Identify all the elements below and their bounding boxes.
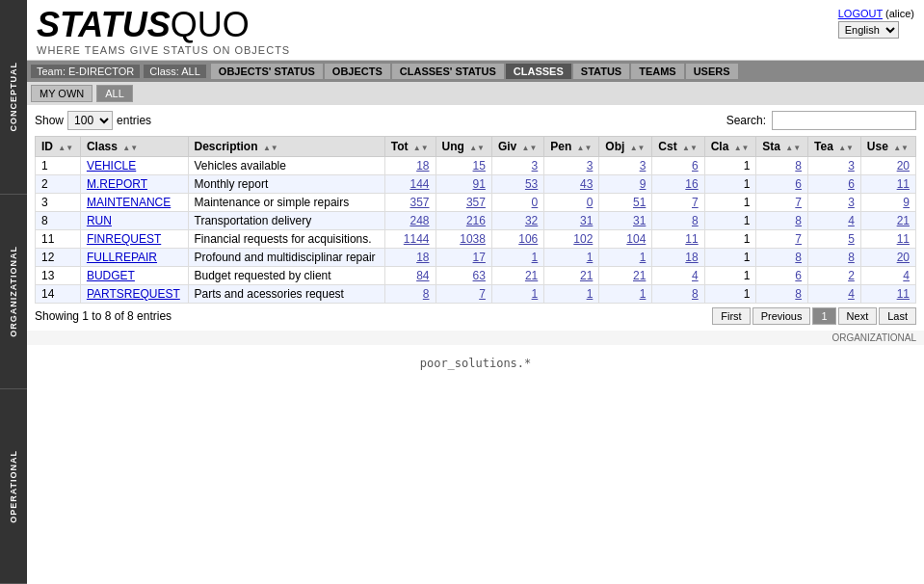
sidebar-label-operational: OPERATIONAL [9, 450, 18, 523]
search-input[interactable] [772, 111, 916, 130]
col-giv[interactable]: Giv ▲▼ [491, 137, 543, 157]
col-ung[interactable]: Ung ▲▼ [436, 137, 491, 157]
cell-cla: 1 [704, 285, 756, 304]
show-select[interactable]: 100 25 50 [67, 111, 113, 130]
data-table: ID ▲▼ Class ▲▼ Description ▲▼ Tot ▲▼ Ung… [35, 136, 916, 304]
page-1[interactable]: 1 [812, 307, 835, 325]
page-last[interactable]: Last [879, 307, 916, 325]
table-controls-bottom: Showing 1 to 8 of 8 entries First Previo… [35, 307, 916, 325]
tab-users[interactable]: USERS [685, 63, 739, 80]
cell-sta: 7 [756, 194, 808, 212]
tab-teams[interactable]: TEAMS [630, 63, 685, 80]
table-row: 12 FULLREPAIR Profound and multidiscipli… [36, 249, 916, 267]
nav-team: Team: E-DIRECTOR [31, 65, 140, 78]
cell-description: Parts and acessories request [188, 285, 384, 304]
cell-class: FULLREPAIR [80, 249, 188, 267]
cell-cst: 8 [652, 212, 704, 230]
cell-pen: 21 [544, 267, 599, 285]
cell-tea: 2 [808, 267, 861, 285]
sidebar-section-operational: OPERATIONAL [0, 389, 27, 584]
cell-pen: 0 [544, 194, 599, 212]
sidebar-section-organizational: ORGANIZATIONAL [0, 195, 27, 389]
cell-obj: 21 [599, 267, 652, 285]
table-row: 1 VEHICLE Vehicles available 18 15 3 3 3… [36, 157, 916, 175]
cell-id: 1 [36, 157, 81, 175]
cell-description: Maintenance or simple repairs [188, 194, 384, 212]
bottom-note: poor_solutions.* [27, 345, 924, 382]
cell-id: 14 [36, 285, 81, 304]
cell-ung: 63 [436, 267, 491, 285]
cell-use: 11 [860, 230, 915, 249]
col-use[interactable]: Use ▲▼ [860, 137, 915, 157]
cell-use: 21 [860, 212, 915, 230]
col-sta[interactable]: Sta ▲▼ [756, 137, 808, 157]
col-class[interactable]: Class ▲▼ [80, 137, 188, 157]
footer-label: ORGANIZATIONAL [27, 331, 924, 345]
cell-tea: 5 [808, 230, 861, 249]
cell-sta: 8 [756, 157, 808, 175]
table-controls-top: Show 100 25 50 entries Search: [35, 111, 916, 130]
col-cla[interactable]: Cla ▲▼ [704, 137, 756, 157]
cell-tea: 6 [808, 175, 861, 194]
language-select[interactable]: English [838, 21, 899, 39]
cell-ung: 357 [436, 194, 491, 212]
cell-cla: 1 [704, 194, 756, 212]
cell-class: VEHICLE [80, 157, 188, 175]
col-tea[interactable]: Tea ▲▼ [808, 137, 861, 157]
cell-obj: 9 [599, 175, 652, 194]
cell-pen: 1 [544, 285, 599, 304]
col-cst[interactable]: Cst ▲▼ [652, 137, 704, 157]
cell-sta: 8 [756, 212, 808, 230]
tab-status[interactable]: STATUS [572, 63, 630, 80]
tab-objects-status[interactable]: OBJECTS' STATUS [210, 63, 324, 80]
cell-obj: 1 [599, 249, 652, 267]
tab-classes-status[interactable]: CLASSES' STATUS [391, 63, 505, 80]
cell-id: 12 [36, 249, 81, 267]
logout-link[interactable]: LOGOUT [838, 8, 883, 19]
table-row: 2 M.REPORT Monthly report 144 91 53 43 9… [36, 175, 916, 194]
cell-giv: 21 [491, 267, 543, 285]
logo-status: STATUS [37, 5, 171, 44]
search-container: Search: [726, 111, 916, 130]
cell-cst: 4 [652, 267, 704, 285]
cell-id: 13 [36, 267, 81, 285]
cell-giv: 0 [491, 194, 543, 212]
cell-tea: 3 [808, 194, 861, 212]
col-pen[interactable]: Pen ▲▼ [544, 137, 599, 157]
col-obj[interactable]: Obj ▲▼ [599, 137, 652, 157]
cell-sta: 6 [756, 267, 808, 285]
sub-nav-my-own[interactable]: MY OWN [31, 85, 92, 102]
table-row: 14 PARTSREQUEST Parts and acessories req… [36, 285, 916, 304]
cell-description: Vehicles available [188, 157, 384, 175]
header-right: LOGOUT (alice) English [838, 8, 914, 39]
cell-tea: 4 [808, 212, 861, 230]
tab-classes[interactable]: CLASSES [505, 63, 572, 80]
table-row: 8 RUN Transportation delivery 248 216 32… [36, 212, 916, 230]
search-label: Search: [726, 114, 766, 127]
header: STATUSQUO WHERE TEAMS GIVE STATUS ON OBJ… [27, 0, 924, 61]
cell-pen: 102 [544, 230, 599, 249]
sidebar-label-conceptual: CONCEPTUAL [9, 62, 18, 132]
cell-tot: 1144 [384, 230, 436, 249]
cell-use: 4 [860, 267, 915, 285]
cell-cla: 1 [704, 249, 756, 267]
sub-nav-all[interactable]: ALL [96, 85, 133, 102]
page-first[interactable]: First [712, 307, 750, 325]
cell-cla: 1 [704, 157, 756, 175]
sidebar-label-organizational: ORGANIZATIONAL [9, 246, 18, 337]
cell-obj: 31 [599, 212, 652, 230]
tab-objects[interactable]: OBJECTS [324, 63, 391, 80]
cell-use: 20 [860, 157, 915, 175]
col-description[interactable]: Description ▲▼ [188, 137, 384, 157]
page-previous[interactable]: Previous [752, 307, 811, 325]
cell-ung: 91 [436, 175, 491, 194]
col-tot[interactable]: Tot ▲▼ [384, 137, 436, 157]
table-row: 11 FINREQUEST Financial requests for acq… [36, 230, 916, 249]
cell-description: Profound and multidisciplinar repair [188, 249, 384, 267]
page-next[interactable]: Next [838, 307, 878, 325]
cell-cst: 18 [652, 249, 704, 267]
col-id[interactable]: ID ▲▼ [36, 137, 81, 157]
cell-cst: 11 [652, 230, 704, 249]
cell-ung: 15 [436, 157, 491, 175]
logo-container: STATUSQUO WHERE TEAMS GIVE STATUS ON OBJ… [37, 8, 290, 56]
